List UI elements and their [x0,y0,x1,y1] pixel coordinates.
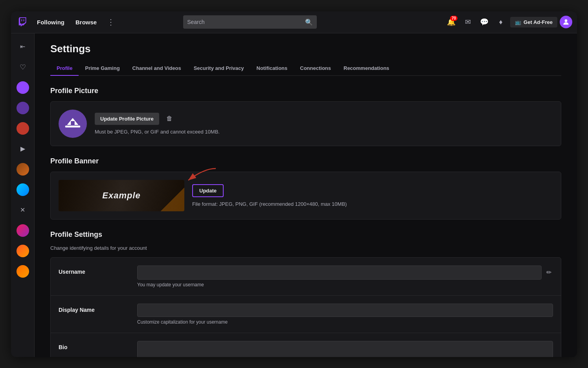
nav-right: 🔔 70 ✉ 💬 ♦ 📺 Get Ad-Free [444,15,572,29]
update-banner-button[interactable]: Update [192,184,224,197]
search-icon: 🔍 [305,18,313,26]
display-name-label: Display Name [59,304,129,313]
display-name-input[interactable] [137,304,553,317]
profile-picture-avatar [59,110,87,138]
display-name-row: Display Name Customize capitalization fo… [51,296,561,333]
tab-connections[interactable]: Connections [294,61,337,76]
sidebar: ⇤ ♡ ▶ ✕ [11,33,35,357]
settings-tabs: Profile Prime Gaming Channel and Videos … [50,61,561,76]
inbox-btn[interactable]: ✉ [461,15,475,29]
heart-icon: ♡ [20,63,26,71]
delete-profile-picture-button[interactable]: 🗑 [163,114,176,124]
user-avatar-nav[interactable] [560,16,572,28]
page-title: Settings [50,43,561,55]
sidebar-avatar-6[interactable] [13,221,32,240]
sidebar-avatar-4[interactable] [13,160,32,179]
sidebar-following-btn[interactable]: ♡ [13,58,32,77]
bio-field-col: Description for the About panel on your … [137,341,553,357]
username-edit-button[interactable]: ✏ [545,267,553,278]
bio-row: Bio Description for the About panel on y… [51,333,561,357]
notification-badge: 70 [450,16,458,21]
profile-settings-form: Username ✏ You may update your username … [50,257,561,357]
username-hint: You may update your username [137,282,553,287]
banner-accent [161,188,184,211]
banner-preview: Example [59,180,184,211]
trash-icon: 🗑 [166,115,173,122]
chat-icon: 💬 [480,18,489,26]
notifications-btn[interactable]: 🔔 70 [444,15,458,29]
svg-rect-3 [71,121,75,125]
sidebar-video-btn[interactable]: ▶ [13,139,32,158]
pencil-icon: ✏ [546,269,551,276]
search-bar: 🔍 [183,15,317,29]
content-area: Settings Profile Prime Gaming Channel an… [35,33,577,357]
collapse-icon: ⇤ [20,43,25,50]
more-options-nav[interactable]: ⋮ [104,15,118,29]
sidebar-avatar-7[interactable] [13,242,32,260]
browse-nav-link[interactable]: Browse [72,16,101,29]
username-row: Username ✏ You may update your username [51,258,561,296]
username-field-col: ✏ You may update your username [137,265,553,287]
following-nav-link[interactable]: Following [33,16,68,29]
video-icon: ▶ [20,145,25,152]
update-profile-picture-button[interactable]: Update Profile Picture [95,113,159,125]
sidebar-avatar-5[interactable] [13,180,32,199]
sidebar-avatar-1[interactable] [13,78,32,97]
sidebar-x-btn[interactable]: ✕ [13,201,32,220]
collapse-sidebar-btn[interactable]: ⇤ [13,37,32,56]
profile-banner-card: Example [50,172,561,220]
bio-label: Bio [59,341,129,350]
profile-pic-buttons: Update Profile Picture 🗑 [95,113,220,125]
profile-picture-card: Update Profile Picture 🗑 Must be JPEG, P… [50,101,561,146]
tab-channel-and-videos[interactable]: Channel and Videos [126,61,187,76]
display-name-hint: Customize capitalization for your userna… [137,319,553,325]
sidebar-avatar-8[interactable] [13,262,32,281]
username-label: Username [59,265,129,275]
banner-example-label: Example [102,190,141,201]
profile-picture-section-title: Profile Picture [50,87,561,95]
sidebar-avatar-2[interactable] [13,99,32,117]
main-layout: ⇤ ♡ ▶ ✕ [11,33,577,357]
tab-notifications[interactable]: Notifications [250,61,294,76]
bio-textarea[interactable] [137,341,553,357]
display-name-field-col: Customize capitalization for your userna… [137,304,553,325]
banner-right: Update File format: JPEG, PNG, GIF (reco… [192,184,347,207]
chat-btn[interactable]: 💬 [477,15,491,29]
crown-btn[interactable]: ♦ [494,15,508,29]
profile-banner-section-title: Profile Banner [50,157,561,165]
profile-settings-section-title: Profile Settings [50,231,561,239]
profile-pic-controls: Update Profile Picture 🗑 Must be JPEG, P… [95,113,220,135]
sidebar-avatar-3[interactable] [13,119,32,138]
crown-icon: ♦ [499,18,502,26]
tv-icon: 📺 [515,19,521,25]
profile-picture-hint: Must be JPEG, PNG, or GIF and cannot exc… [95,129,220,135]
profile-settings-subtitle: Change identifying details for your acco… [50,245,561,251]
svg-point-0 [565,19,568,22]
top-nav: Following Browse ⋮ 🔍 🔔 70 ✉ 💬 ♦ 📺 Get Ad… [11,11,577,33]
browser-window: Following Browse ⋮ 🔍 🔔 70 ✉ 💬 ♦ 📺 Get Ad… [11,11,577,357]
get-ad-free-button[interactable]: 📺 Get Ad-Free [510,17,557,27]
banner-content-row: Example [59,180,553,211]
tab-profile[interactable]: Profile [50,61,79,76]
profile-pic-row: Update Profile Picture 🗑 Must be JPEG, P… [59,110,553,138]
banner-hint: File format: JPEG, PNG, GIF (recommended… [192,201,347,207]
username-input[interactable] [137,265,542,280]
inbox-icon: ✉ [465,18,471,26]
username-input-row: ✏ [137,265,553,280]
svg-rect-1 [65,125,80,127]
twitch-logo[interactable] [16,15,30,29]
tab-security-and-privacy[interactable]: Security and Privacy [187,61,250,76]
search-input[interactable] [187,19,305,25]
x-icon: ✕ [20,206,25,214]
tab-prime-gaming[interactable]: Prime Gaming [79,61,126,76]
tab-recommendations[interactable]: Recommendations [337,61,395,76]
